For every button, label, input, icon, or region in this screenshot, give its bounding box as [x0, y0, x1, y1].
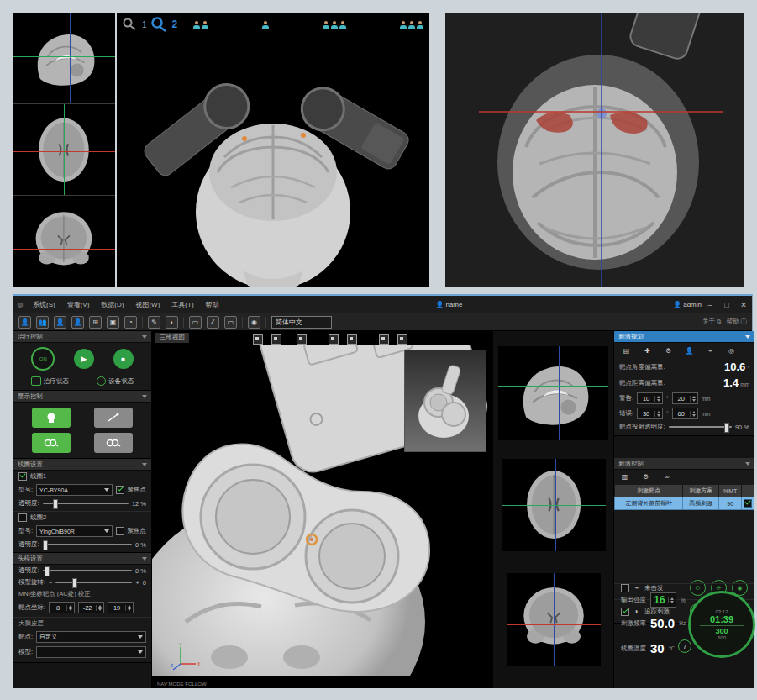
menu-tools[interactable]: 工具(T): [166, 300, 199, 309]
coil2-opacity-label: 透明度:: [18, 540, 39, 549]
menu-data[interactable]: 数据(D): [95, 300, 129, 309]
row-checkbox[interactable]: [744, 499, 752, 508]
coil1-checkbox[interactable]: [18, 472, 27, 481]
mri-coronal-view[interactable]: [13, 196, 115, 287]
show-head-button[interactable]: [32, 408, 71, 428]
error-distance-spinner[interactable]: 60: [672, 408, 698, 419]
power-on-button[interactable]: ON: [31, 347, 55, 371]
rotate-plus-button[interactable]: +: [135, 579, 139, 587]
save-plan-icon[interactable]: ▥: [619, 471, 630, 482]
stim-settings-icon[interactable]: ⚙: [640, 471, 651, 482]
stim-coil-icon[interactable]: ∞: [661, 471, 672, 482]
play-button[interactable]: ▶: [74, 349, 94, 369]
about-link[interactable]: 关于 ⧉: [702, 318, 721, 326]
head-rotate-slider[interactable]: [55, 582, 132, 583]
view-cube-right-icon[interactable]: [329, 334, 339, 345]
stop-button[interactable]: ■: [113, 349, 134, 369]
show-coil1-button[interactable]: [32, 433, 71, 453]
rotate-minus-button[interactable]: −: [49, 579, 52, 587]
registration-icon[interactable]: ⊞: [89, 316, 102, 329]
intensity-spinner[interactable]: 16: [650, 592, 676, 608]
show-pointer-button[interactable]: [94, 408, 133, 428]
target-select[interactable]: 自定义: [36, 631, 146, 643]
coil1-model-select[interactable]: YC-BY90A: [36, 484, 112, 496]
coil2-model-select[interactable]: YingChiB90R: [36, 525, 112, 537]
viewport-tab[interactable]: 三维视图: [155, 333, 189, 343]
open-plan-icon[interactable]: ▤: [621, 345, 632, 356]
angle-deviation-value: 10.6: [724, 361, 745, 373]
menu-layout[interactable]: 视图(W): [129, 300, 166, 309]
coil-1-icon[interactable]: [122, 17, 139, 32]
head-model-header[interactable]: 头模设置: [13, 553, 151, 565]
warn-angle-spinner[interactable]: 10: [637, 392, 663, 404]
view-cube-toolbar: [253, 334, 407, 345]
head-rotate-label: 模型旋转:: [18, 578, 45, 587]
mri-axial-view[interactable]: [13, 104, 115, 196]
error-threshold-label: 错误:: [619, 409, 633, 418]
display-section-header[interactable]: 显示控制: [13, 391, 151, 403]
mri-sagittal-view[interactable]: [13, 13, 115, 104]
coil1-focus-checkbox[interactable]: [116, 486, 124, 494]
coord-z-spinner[interactable]: 19: [108, 602, 134, 613]
coord-x-spinner[interactable]: 8: [49, 602, 75, 613]
settings-gear-icon[interactable]: ⚙: [663, 345, 674, 356]
brain-coil-render[interactable]: [445, 13, 744, 287]
maximize-button[interactable]: □: [718, 301, 735, 309]
coil-check-icon[interactable]: ◗: [166, 316, 178, 329]
patient-info-icon[interactable]: 👤: [54, 316, 66, 329]
treatment-section-header[interactable]: 治疗控制: [13, 331, 151, 343]
camera-icon[interactable]: ◉: [248, 316, 260, 329]
viewport-3d[interactable]: 三维视图: [152, 331, 493, 688]
stim-table-row[interactable]: 左侧背外侧前额叶 高频刺激 90: [615, 497, 754, 510]
coil-settings-header[interactable]: 线圈设置: [13, 459, 151, 471]
crosshair-vertical: [64, 104, 65, 195]
slice-sagittal[interactable]: [498, 346, 608, 440]
coil-inset-preview[interactable]: [404, 350, 486, 452]
patient-remove-icon[interactable]: 👤: [71, 316, 84, 329]
head-opacity-slider[interactable]: [43, 570, 132, 571]
menu-system[interactable]: 系统(S): [27, 300, 61, 309]
view-cube-front-icon[interactable]: [253, 334, 263, 345]
minimize-button[interactable]: –: [702, 301, 718, 309]
view-cube-bottom-icon[interactable]: [379, 334, 389, 345]
show-coil2-button[interactable]: [94, 433, 133, 453]
coil2-checkbox[interactable]: [18, 513, 27, 522]
stim-header[interactable]: 刺激控制: [614, 458, 754, 470]
slice-coronal[interactable]: [507, 573, 601, 666]
menu-help[interactable]: 帮助: [200, 300, 225, 309]
language-select[interactable]: 简体中文: [271, 316, 332, 329]
cortex-header: 大脑皮层: [18, 619, 44, 628]
help-link[interactable]: 帮助 ⓘ: [726, 318, 747, 326]
device-icon[interactable]: ▭: [224, 316, 237, 329]
model-select[interactable]: [36, 646, 146, 658]
marker-pen-icon[interactable]: ✎: [148, 316, 160, 329]
card-icon[interactable]: ▭: [189, 316, 202, 329]
image-viewer-icon[interactable]: ▣: [107, 316, 119, 329]
close-button[interactable]: ✕: [735, 301, 752, 309]
coil-2-icon[interactable]: [150, 16, 169, 33]
coil2-opacity-slider[interactable]: [43, 544, 132, 545]
coord-y-spinner[interactable]: -22: [78, 602, 104, 613]
error-angle-spinner[interactable]: 30: [637, 408, 663, 419]
patient-list-icon[interactable]: 👥: [36, 316, 49, 329]
add-patient-icon[interactable]: 👤: [18, 316, 31, 329]
trajectory-icon[interactable]: ⌁: [705, 345, 716, 356]
view-cube-iso-icon[interactable]: [397, 334, 407, 345]
history-icon[interactable]: ◔: [124, 316, 137, 329]
projection-opacity-slider[interactable]: [669, 426, 732, 428]
menu-view[interactable]: 查看(V): [61, 300, 96, 309]
coil2-focus-checkbox[interactable]: [116, 527, 124, 535]
angle-tool-icon[interactable]: ∠: [207, 316, 219, 329]
session-timer[interactable]: 03:12 01:39 300 600: [688, 591, 755, 658]
warn-distance-spinner[interactable]: 20: [672, 392, 698, 404]
view-cube-back-icon[interactable]: [271, 334, 281, 345]
view-cube-left-icon[interactable]: [297, 334, 307, 345]
head-coils-render[interactable]: [117, 31, 429, 287]
planning-header[interactable]: 刺激规划: [614, 331, 754, 343]
view-cube-top-icon[interactable]: [347, 334, 357, 345]
coil1-opacity-slider[interactable]: [43, 503, 129, 504]
target-crosshair-icon[interactable]: ◎: [726, 345, 737, 356]
head-model-icon[interactable]: 👤: [684, 345, 695, 356]
add-target-icon[interactable]: ✚: [642, 345, 653, 356]
slice-axial[interactable]: [502, 459, 606, 551]
